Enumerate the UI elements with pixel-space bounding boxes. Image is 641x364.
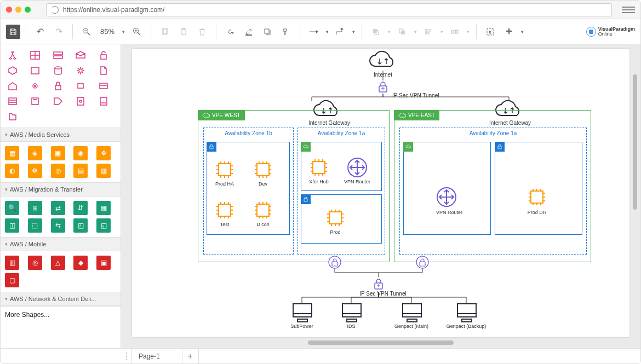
fill-color-button[interactable] [222,24,238,40]
migration-svc-icon[interactable]: ◰ [73,218,88,233]
migration-svc-icon[interactable]: 🔍 [5,201,19,215]
connector-dropdown-icon[interactable]: ▾ [324,24,330,40]
shape-gear-icon[interactable] [73,64,88,77]
shape-hex-icon[interactable] [5,64,20,77]
connector-elbow-dropdown-icon[interactable]: ▾ [351,24,356,40]
migration-svc-icon[interactable]: ⬚ [28,218,42,233]
chip-dcon[interactable] [253,200,273,221]
shape-rect-icon[interactable] [27,64,43,77]
horizontal-scrollbar[interactable] [138,340,624,346]
to-back-dropdown[interactable]: ▾ [413,24,418,40]
to-front-dropdown[interactable]: ▾ [386,24,392,40]
zoom-level[interactable]: 85% [97,27,118,36]
vp-logo[interactable]: VisualParadigm Online [586,27,635,37]
migration-svc-icon[interactable]: ⊞ [28,201,42,215]
media-svc-icon[interactable]: ◎ [51,164,65,178]
chip-prod-dr[interactable] [526,187,547,207]
shape-house-icon[interactable] [5,79,20,93]
shape-grid-icon[interactable] [27,49,43,62]
chip-prod[interactable] [325,207,346,228]
connector-elbow-button[interactable] [332,24,348,40]
section-network[interactable]: AWS / Network & Content Deli... [1,292,121,306]
shape-node-icon[interactable] [5,49,20,62]
mobile-svc-icon[interactable]: △ [51,256,65,270]
shadow-button[interactable] [259,24,276,40]
add-button[interactable]: + [501,24,517,40]
vpn-router-west-icon[interactable] [347,157,368,178]
close-window[interactable] [6,7,12,13]
monitor-ids-icon[interactable] [340,302,363,323]
shape-list-icon[interactable] [50,49,66,62]
align-dropdown[interactable]: ▾ [439,24,444,40]
shape-note-icon[interactable] [27,95,43,108]
tab-grip-icon[interactable]: ⋮ [121,349,132,363]
migration-svc-icon[interactable]: ◱ [96,218,111,233]
monitor-subpower-icon[interactable] [291,302,314,323]
migration-svc-icon[interactable]: ⇄ [51,201,65,215]
redo-button[interactable]: ↷ [50,24,67,40]
lock-icon[interactable] [328,256,341,269]
mobile-svc-icon[interactable]: ◎ [28,256,42,270]
more-shapes-button[interactable]: More Shapes... [1,306,121,323]
shape-page-icon[interactable] [96,95,111,108]
shape-db-icon[interactable] [50,64,66,77]
format-painter-button[interactable] [278,24,294,40]
refresh-icon[interactable] [51,6,59,14]
monitor-genpact-main-icon[interactable] [400,302,423,323]
mobile-svc-icon[interactable]: ▥ [5,256,19,270]
zoom-out-button[interactable] [78,24,95,40]
subnet-1b[interactable] [207,142,290,235]
section-media-services[interactable]: AWS / Media Services [1,128,121,142]
shape-sheet-icon[interactable] [73,95,88,108]
maximize-window[interactable] [25,7,31,13]
distribute-button[interactable] [447,24,463,40]
chip-prod-ha[interactable] [214,159,235,180]
migration-svc-icon[interactable]: ⇆ [51,218,65,233]
lock-icon[interactable] [376,80,390,94]
shape-envelope-icon[interactable] [73,49,88,62]
shape-card-icon[interactable] [96,79,111,93]
delete-button[interactable] [194,24,210,40]
media-svc-icon[interactable]: ❖ [96,146,111,160]
vpn-router-east-icon[interactable] [436,187,457,207]
minimize-window[interactable] [15,7,21,13]
chip-xfer-hub[interactable] [308,157,329,178]
section-migration[interactable]: AWS / Migration & Transfer [1,182,121,197]
page-tab-1[interactable]: Page-1 [132,349,182,363]
chip-test[interactable] [214,200,235,221]
migration-svc-icon[interactable]: ◫ [5,218,19,233]
media-svc-icon[interactable]: ◐ [5,164,19,178]
media-svc-icon[interactable]: ▣ [51,146,65,160]
line-color-button[interactable] [241,24,257,40]
shape-gear2-icon[interactable] [27,79,43,93]
undo-button[interactable]: ↶ [32,24,48,40]
mobile-svc-icon[interactable]: ▢ [5,273,19,287]
media-svc-icon[interactable]: ☸ [28,164,42,178]
zoom-in-button[interactable] [129,24,145,40]
paste-button[interactable] [175,24,192,40]
browser-menu-icon[interactable] [622,4,635,15]
selection-mode-button[interactable] [482,24,499,40]
shape-lock-icon[interactable] [50,79,66,93]
zoom-dropdown-icon[interactable]: ▾ [120,24,127,40]
shape-unlock-icon[interactable] [96,49,111,62]
shape-folder-icon[interactable] [5,110,20,123]
url-bar[interactable]: https://online.visual-paradigm.com/ [46,3,612,16]
migration-svc-icon[interactable]: ▦ [96,201,111,215]
mobile-svc-icon[interactable]: ▣ [96,256,111,270]
mobile-svc-icon[interactable]: ◆ [73,256,88,270]
save-button[interactable] [6,25,20,39]
to-back-button[interactable] [394,24,410,40]
lock-icon[interactable] [416,256,429,269]
diagram-canvas[interactable]: Internet IP Sec VPN Tunnel [132,49,629,337]
add-page-button[interactable]: + [182,349,199,363]
migration-svc-icon[interactable]: ⇵ [73,201,88,215]
shape-doc-icon[interactable] [96,64,111,77]
media-svc-icon[interactable]: ◈ [28,146,42,160]
distribute-dropdown[interactable]: ▾ [465,24,471,40]
add-dropdown[interactable]: ▾ [519,24,525,40]
shape-tag-icon[interactable] [50,95,66,108]
align-button[interactable] [420,24,437,40]
lock-icon[interactable] [372,278,385,291]
chip-dev[interactable] [253,159,273,180]
